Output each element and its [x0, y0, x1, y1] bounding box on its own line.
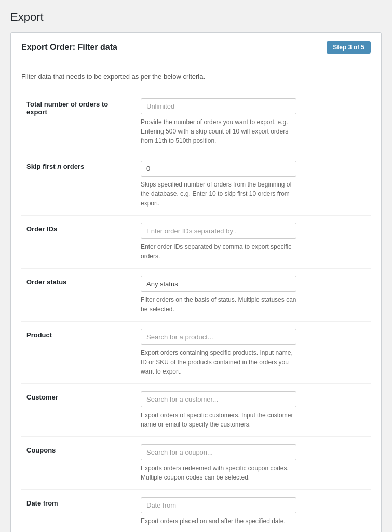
field-date-from: Export orders placed on and after the sp… [136, 490, 371, 533]
field-order-ids: Enter order IDs separated by comma to ex… [136, 216, 371, 269]
field-customer: Export orders of specific customers. Inp… [136, 384, 371, 437]
desc-date-from: Export orders placed on and after the sp… [141, 516, 296, 526]
label-date-from: Date from [21, 490, 136, 533]
field-order-status: Filter orders on the basis of status. Mu… [136, 269, 371, 322]
page-title: Export [10, 10, 382, 24]
card-title: Export Order: Filter data [21, 43, 117, 52]
label-order-status: Order status [21, 269, 136, 322]
label-order-ids: Order IDs [21, 216, 136, 269]
desc-order-status: Filter orders on the basis of status. Mu… [141, 295, 296, 314]
input-skip-orders[interactable] [141, 161, 296, 177]
desc-order-ids: Enter order IDs separated by comma to ex… [141, 242, 296, 261]
input-order-status[interactable] [141, 276, 296, 292]
label-customer: Customer [21, 384, 136, 437]
label-em-skip-orders: n [57, 163, 61, 170]
card-body: Filter data that needs to be exported as… [11, 62, 381, 532]
form-row-order-status: Order statusFilter orders on the basis o… [21, 269, 371, 322]
input-total-orders[interactable] [141, 98, 296, 114]
desc-customer: Export orders of specific customers. Inp… [141, 410, 296, 429]
main-card: Export Order: Filter data Step 3 of 5 Fi… [10, 32, 382, 532]
field-coupons: Exports orders redeemed with specific co… [136, 437, 371, 490]
desc-coupons: Exports orders redeemed with specific co… [141, 463, 296, 482]
form-row-skip-orders: Skip first n ordersSkips specified numbe… [21, 153, 371, 216]
label-skip-orders: Skip first n orders [21, 153, 136, 216]
input-date-from[interactable] [141, 497, 296, 513]
label-total-orders: Total number of orders to export [21, 91, 136, 153]
field-total-orders: Provide the number of orders you want to… [136, 91, 371, 153]
filter-form: Total number of orders to exportProvide … [21, 91, 371, 532]
intro-text: Filter data that needs to be exported as… [21, 73, 371, 81]
input-customer[interactable] [141, 391, 296, 407]
input-product[interactable] [141, 329, 296, 345]
desc-total-orders: Provide the number of orders you want to… [141, 117, 296, 145]
label-product: Product [21, 322, 136, 384]
step-badge: Step 3 of 5 [327, 41, 371, 54]
desc-skip-orders: Skips specified number of orders from th… [141, 180, 296, 208]
desc-product: Export orders containing specific produc… [141, 348, 296, 376]
form-row-total-orders: Total number of orders to exportProvide … [21, 91, 371, 153]
label-coupons: Coupons [21, 437, 136, 490]
form-row-coupons: CouponsExports orders redeemed with spec… [21, 437, 371, 490]
form-row-date-from: Date fromExport orders placed on and aft… [21, 490, 371, 533]
form-row-customer: CustomerExport orders of specific custom… [21, 384, 371, 437]
input-order-ids[interactable] [141, 223, 296, 239]
field-skip-orders: Skips specified number of orders from th… [136, 153, 371, 216]
form-row-order-ids: Order IDsEnter order IDs separated by co… [21, 216, 371, 269]
form-row-product: ProductExport orders containing specific… [21, 322, 371, 384]
card-header: Export Order: Filter data Step 3 of 5 [11, 33, 381, 62]
field-product: Export orders containing specific produc… [136, 322, 371, 384]
input-coupons[interactable] [141, 444, 296, 460]
